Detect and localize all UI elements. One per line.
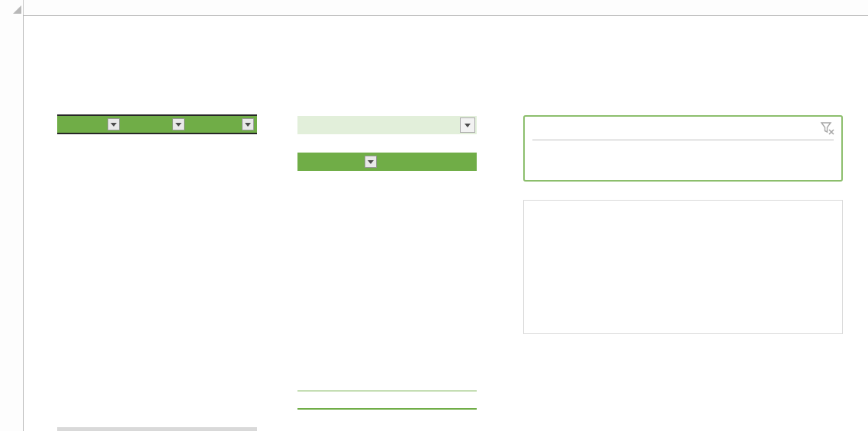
- chevron-down-icon: [175, 123, 182, 127]
- spreadsheet: [0, 0, 868, 431]
- pivot-grand-total-row: [297, 391, 477, 410]
- region-filter-dropdown[interactable]: [242, 118, 254, 130]
- row-labels-dropdown[interactable]: [365, 156, 377, 168]
- ventes-filter-dropdown[interactable]: [172, 118, 185, 130]
- chevron-down-icon: [111, 123, 117, 127]
- chevron-down-icon: [465, 124, 471, 127]
- pivot-table-header: [297, 153, 477, 171]
- region-slicer: [523, 115, 843, 182]
- clear-filter-icon[interactable]: [820, 121, 835, 137]
- select-all-triangle-icon: [13, 5, 21, 14]
- grand-total-value[interactable]: [383, 391, 477, 408]
- pivot-filter-dropdown[interactable]: [460, 117, 475, 133]
- pivot-filter-bar: [297, 116, 477, 134]
- select-all-corner[interactable]: [0, 0, 24, 15]
- row-headers: [0, 15, 24, 431]
- slicer-divider: [532, 140, 834, 140]
- mois-filter-dropdown[interactable]: [108, 118, 120, 130]
- data-table-partial-row[interactable]: [57, 427, 257, 431]
- data-table-header: [57, 114, 257, 134]
- sales-line-chart[interactable]: [523, 200, 843, 334]
- chevron-down-icon: [245, 123, 251, 127]
- grand-total-label[interactable]: [297, 391, 383, 408]
- column-headers: [0, 0, 868, 16]
- chevron-down-icon: [368, 160, 374, 164]
